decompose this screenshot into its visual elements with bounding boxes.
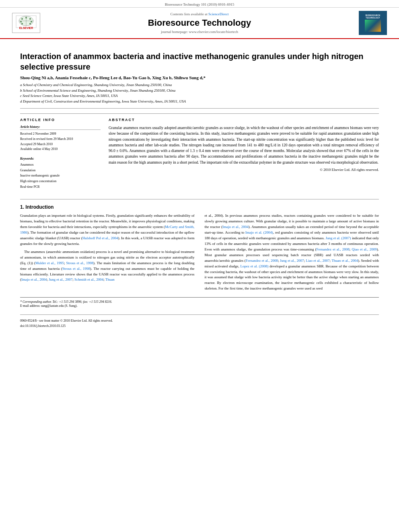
ref-fernandez2[interactable]: Fernandez et al., 2008 bbox=[246, 259, 278, 263]
affiliations-block: a School of Chemistry and Chemical Engin… bbox=[20, 82, 379, 104]
article-info-abstract-section: ARTICLE INFO Article history: Received 2… bbox=[20, 113, 379, 194]
corresponding-author-note: * Corresponding author. Tel.: +1 515 294… bbox=[20, 300, 379, 304]
intro-right-text: et al., 2004). In previous anammox proce… bbox=[205, 213, 379, 292]
abstract-label: ABSTRACT bbox=[109, 118, 379, 122]
ref-imajo[interactable]: Imajo et al., 2004 bbox=[21, 277, 47, 281]
intro-right-col: et al., 2004). In previous anammox proce… bbox=[205, 213, 379, 294]
ref-liao[interactable]: Liao et al., 2007 bbox=[306, 259, 329, 263]
authors-text: Shou-Qing Ni a,b, Anania Fessehaie c, Po… bbox=[20, 75, 206, 80]
keyword-3: Inactive methanogenic granule bbox=[20, 173, 101, 179]
svg-point-9 bbox=[20, 21, 22, 23]
homepage-label: journal homepage: bbox=[161, 30, 188, 34]
revised-date: Received in revised form 29 March 2010 bbox=[20, 137, 101, 142]
abstract-column: ABSTRACT Granular anammox reactors usual… bbox=[109, 118, 379, 194]
svg-point-7 bbox=[25, 17, 27, 18]
contents-text: Contents lists available at bbox=[171, 12, 208, 16]
footnote-section: * Corresponding author. Tel.: +1 515 294… bbox=[20, 297, 379, 308]
keywords-block: Keywords: Anammox Granulation Inactive m… bbox=[20, 157, 101, 189]
svg-point-10 bbox=[31, 21, 32, 23]
history-label: Article history: bbox=[20, 125, 101, 130]
ref-imajo2[interactable]: Imajo et al., 2004 bbox=[222, 225, 249, 229]
ref-imajo3[interactable]: Imajo et al. (2004) bbox=[245, 230, 273, 234]
bioresource-logo-container: BIORESOURCETECHNOLOGY bbox=[355, 11, 391, 35]
ref-jung3[interactable]: Jung et al., 2007 bbox=[280, 259, 304, 263]
keyword-2: Granulation bbox=[20, 168, 101, 173]
homepage-url: www.elsevier.com/locate/biortech bbox=[189, 30, 238, 34]
article-info-column: ARTICLE INFO Article history: Received 2… bbox=[20, 118, 101, 194]
journal-citation-bar: Bioresource Technology 101 (2010) 6910–6… bbox=[0, 0, 399, 8]
journal-header-bar: ELSEVIER Contents lists available at bbox=[0, 8, 399, 39]
article-title: Interaction of anammox bacteria and inac… bbox=[20, 51, 379, 72]
svg-point-6 bbox=[21, 18, 23, 20]
affiliation-b: b School of Environmental Science and En… bbox=[20, 88, 379, 94]
svg-point-8 bbox=[29, 18, 31, 20]
article-title-section: Interaction of anammox bacteria and inac… bbox=[20, 45, 379, 109]
received-date: Received 2 November 2009 bbox=[20, 131, 101, 137]
introduction-body: Granulation plays an important role in b… bbox=[20, 213, 379, 294]
section-divider bbox=[20, 199, 379, 199]
affiliation-a: a School of Chemistry and Chemical Engin… bbox=[20, 82, 379, 88]
keyword-1: Anammox bbox=[20, 162, 101, 168]
issn-line: 0960-8524/$ - see front matter © 2010 El… bbox=[20, 319, 379, 322]
article-info-label: ARTICLE INFO bbox=[20, 118, 101, 122]
keywords-label: Keywords: bbox=[20, 157, 101, 160]
intro-left-text: Granulation plays an important role in b… bbox=[20, 213, 195, 283]
accepted-date: Accepted 29 March 2010 bbox=[20, 142, 101, 147]
elsevier-logo-container: ELSEVIER bbox=[8, 13, 44, 33]
ref-mccarty[interactable]: McCarty and Smith, 1986 bbox=[20, 225, 195, 234]
intro-para-1: Granulation plays an important role in b… bbox=[20, 213, 195, 247]
svg-point-12 bbox=[29, 23, 31, 25]
main-content: Interaction of anammox bacteria and inac… bbox=[0, 39, 399, 335]
intro-para-3: et al., 2004). In previous anammox proce… bbox=[205, 213, 379, 292]
journal-citation-text: Bioresource Technology 101 (2010) 6910–6… bbox=[165, 2, 234, 6]
ref-jung2[interactable]: Jung et al. (2007) bbox=[325, 236, 351, 240]
intro-left-col: Granulation plays an important role in b… bbox=[20, 213, 195, 294]
bioresource-logo-image bbox=[365, 20, 381, 32]
affiliation-c: c Seed Science Center, Iowa State Univer… bbox=[20, 93, 379, 99]
ref-thuan[interactable]: Thuan bbox=[105, 277, 115, 281]
svg-text:ELSEVIER: ELSEVIER bbox=[19, 27, 33, 29]
sciencedirect-link[interactable]: ScienceDirect bbox=[208, 12, 228, 16]
bioresource-logo: BIORESOURCETECHNOLOGY bbox=[359, 11, 387, 35]
journal-title: Bioresource Technology bbox=[44, 18, 355, 28]
ref-jung[interactable]: Jung et al., 2007 bbox=[49, 277, 72, 281]
journal-homepage: journal homepage: www.elsevier.com/locat… bbox=[44, 30, 355, 34]
abstract-paragraph: Granular anammox reactors usually adopte… bbox=[109, 125, 379, 165]
copyright-text: © 2010 Elsevier Ltd. All rights reserved… bbox=[109, 168, 379, 172]
ref-hulshoff[interactable]: Hulshoff Pol et al., 2004 bbox=[82, 236, 118, 240]
introduction-heading: 1. Introduction bbox=[20, 204, 379, 210]
sciencedirect-line: Contents lists available at ScienceDirec… bbox=[44, 12, 355, 16]
ref-mulder[interactable]: Mulder et al., 1995 bbox=[35, 261, 64, 265]
affiliation-d: d Department of Civil, Construction and … bbox=[20, 99, 379, 105]
available-date: Available online 4 May 2010 bbox=[20, 147, 101, 152]
ref-fernandez[interactable]: Fernandez et al., 2008 bbox=[317, 247, 350, 251]
ref-strous2[interactable]: Strous et al., 1998 bbox=[62, 267, 90, 271]
footer-bar: 0960-8524/$ - see front matter © 2010 El… bbox=[20, 314, 379, 329]
keyword-5: Real-time PCR bbox=[20, 184, 101, 190]
ref-thuan2[interactable]: Thuan et al., 2004 bbox=[331, 259, 358, 263]
abstract-text: Granular anammox reactors usually adopte… bbox=[109, 125, 379, 165]
svg-point-11 bbox=[21, 23, 23, 25]
email-footnote: E-mail address: sung@iastate.edu (S. Sun… bbox=[20, 304, 379, 308]
introduction-section: 1. Introduction Granulation plays an imp… bbox=[20, 204, 379, 294]
ref-qiao[interactable]: Qiao et al., 2009 bbox=[352, 247, 376, 251]
bioresource-logo-text: BIORESOURCETECHNOLOGY bbox=[365, 14, 380, 19]
article-history-block: Article history: Received 2 November 200… bbox=[20, 125, 101, 152]
keyword-4: High nitrogen concentration bbox=[20, 179, 101, 184]
doi-line: doi:10.1016/j.biortech.2010.03.125 bbox=[20, 324, 379, 328]
authors-line: Shou-Qing Ni a,b, Anania Fessehaie c, Po… bbox=[20, 75, 379, 80]
elsevier-logo: ELSEVIER bbox=[12, 13, 40, 33]
intro-para-2: The anammox (anaerobic ammonium oxidatio… bbox=[20, 249, 195, 283]
ref-schmidt[interactable]: Schmidt et al., 2004 bbox=[74, 277, 103, 281]
ref-strous[interactable]: Strous et al., 1998 bbox=[66, 261, 93, 265]
journal-header-center: Contents lists available at ScienceDirec… bbox=[44, 12, 355, 34]
ref-lopez[interactable]: Lopez et al. (2008) bbox=[240, 264, 268, 268]
